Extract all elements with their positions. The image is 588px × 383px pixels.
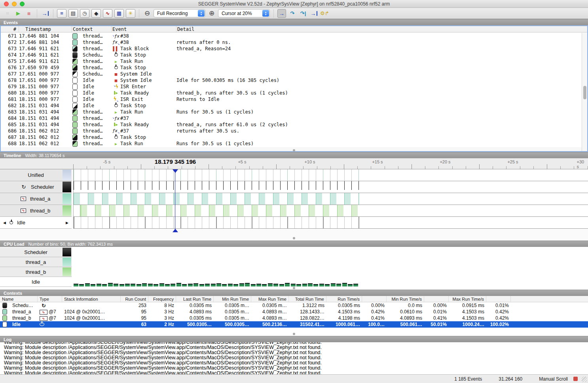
- record-config-icon[interactable]: ▤: [68, 9, 78, 18]
- contexts-col-header[interactable]: Min Run Time/s: [387, 296, 424, 302]
- timeline-ruler[interactable]: 18.179 345 196 -5 s+5 s+10 s+15 s+20 s+2…: [0, 158, 588, 169]
- cpu-load-bar: [159, 283, 164, 286]
- event-row[interactable]: 671 17.646 881 104 thread… ↘ƒx#38: [1, 33, 582, 39]
- event-row[interactable]: 678 17.651 000 977 Idle ■System Idle Idl…: [1, 77, 582, 83]
- event-num: 680: [1, 90, 19, 96]
- events-vscrollbar-thumb[interactable]: [583, 86, 586, 99]
- event-row[interactable]: 684 18.151 031 494 thread… ↘ƒx#37: [1, 115, 582, 121]
- event-row[interactable]: 688 18.151 062 012 thread… ▶Task Run Run…: [1, 140, 582, 147]
- cpu-track-scheduler[interactable]: Scheduler: [0, 247, 72, 257]
- auto-load-icon[interactable]: ⚙↱: [320, 9, 329, 18]
- context-cell: 1000.24…: [449, 322, 486, 327]
- zoom-button[interactable]: [20, 2, 25, 6]
- load-next-block-icon[interactable]: ↷|: [299, 9, 307, 18]
- event-row[interactable]: 673 17.646 911 621 thread… ▌▌Task Block …: [1, 46, 582, 52]
- contexts-col-header[interactable]: Name: [0, 296, 38, 302]
- minimize-button[interactable]: [12, 2, 17, 6]
- recording-mode-select[interactable]: Full Recording▲▼: [154, 9, 205, 17]
- event-row[interactable]: 682 18.151 031 494 Idle Task Stop: [1, 102, 582, 109]
- cpu-track-idle[interactable]: Idle: [0, 277, 72, 287]
- event-list-icon[interactable]: ≡: [57, 9, 66, 18]
- timeline-chart-icon[interactable]: ∿: [103, 9, 112, 18]
- contexts-col-header[interactable]: Max Run Time/s: [449, 296, 486, 302]
- timeline-track-scheduler[interactable]: ↻ Scheduler: [0, 181, 72, 193]
- contexts-col-header[interactable]: Last Run Time: [176, 296, 214, 302]
- goto-end-icon[interactable]: →: [41, 9, 49, 18]
- contexts-col-header[interactable]: [362, 296, 387, 302]
- events-splitter-grip[interactable]: [293, 149, 295, 152]
- context-swatch: [72, 128, 78, 134]
- contexts-col-header[interactable]: Max Run Time: [251, 296, 289, 302]
- timeline-cursor-marker-top[interactable]: [173, 169, 178, 173]
- context-row[interactable]: thread_a ∿ @71024 @ 0x20001…953 Hz4.0893…: [0, 309, 588, 315]
- event-row[interactable]: 677 17.651 000 977 Schedu… ■System Idle: [1, 71, 582, 77]
- scroll-left-icon[interactable]: ◀: [3, 221, 6, 225]
- cpu-splitter-grip[interactable]: [293, 287, 295, 289]
- contexts-col-header[interactable]: Type: [38, 296, 62, 302]
- dropdown-stepper-icon[interactable]: ▲▼: [198, 10, 205, 17]
- dropdown-stepper-icon[interactable]: ▲▼: [262, 10, 269, 17]
- target-device-icon[interactable]: ◆: [91, 9, 101, 18]
- cursor-mode-select[interactable]: Cursor at 20%▲▼: [218, 9, 270, 17]
- timeline-track-thread-b[interactable]: ∿ thread_b: [0, 205, 72, 217]
- event-row[interactable]: 679 18.151 000 977 Idle ↘ϟISR Enter: [1, 83, 582, 90]
- event-context: Idle: [83, 90, 94, 96]
- follow-cursor-icon[interactable]: →: [277, 9, 286, 18]
- event-row[interactable]: 686 18.151 062 012 thread… ƒx↘#37 return…: [1, 128, 582, 134]
- timeline-track-thread-a[interactable]: ∿ thread_a: [0, 193, 72, 205]
- close-button[interactable]: [4, 2, 9, 6]
- zoom-in-icon[interactable]: ⊕: [207, 9, 216, 18]
- contexts-col-header[interactable]: [486, 296, 511, 302]
- context-type: ↻: [38, 303, 62, 309]
- contexts-col-header[interactable]: Run Time/s: [326, 296, 362, 302]
- modules-icon[interactable]: ✳: [126, 9, 135, 18]
- event-row[interactable]: 674 17.646 911 621 Schedu… Task Stop: [1, 52, 582, 58]
- cpu-track-thread-a[interactable]: thread_a: [0, 257, 72, 267]
- context-row[interactable]: Schedu… ↻ 2538 Hz0.0305 ms0.0305 m…0.030…: [0, 302, 588, 309]
- timeline-track-unified[interactable]: Unified: [0, 169, 72, 181]
- contexts-splitter-grip[interactable]: [293, 333, 295, 335]
- load-loop-icon[interactable]: ↷: [288, 9, 297, 18]
- cpu-load-chart[interactable]: [74, 247, 359, 286]
- events-col-event[interactable]: Event: [112, 26, 176, 32]
- contexts-table-icon[interactable]: ▦: [114, 9, 124, 18]
- contexts-col-header[interactable]: Min Run Time: [214, 296, 251, 302]
- window-resize-grip[interactable]: [582, 377, 587, 382]
- event-row[interactable]: 681 18.151 000 977 Idle ϟ↘ISR Exit Retur…: [1, 96, 582, 102]
- events-col-timestamp[interactable]: Timestamp: [19, 26, 72, 32]
- event-row[interactable]: 672 17.646 881 104 thread… ƒx↘#38 return…: [1, 39, 582, 46]
- play-icon[interactable]: ▶: [14, 9, 23, 18]
- contexts-col-header[interactable]: Total Run Time: [289, 296, 326, 302]
- events-col-num[interactable]: #: [1, 26, 19, 32]
- event-row[interactable]: 687 18.151 062 012 thread… Task Stop: [1, 134, 582, 140]
- zoom-out-icon[interactable]: ⊖: [143, 9, 152, 18]
- contexts-col-header[interactable]: Frequency: [148, 296, 176, 302]
- event-row[interactable]: 675 17.646 911 621 thread… ▶Task Run: [1, 58, 582, 64]
- event-timestamp: 18.151 031 494: [19, 116, 72, 121]
- contexts-col-header[interactable]: [424, 296, 449, 302]
- event-row[interactable]: 680 18.151 000 977 Idle ▶Task Ready thre…: [1, 90, 582, 96]
- timer-icon[interactable]: ◷: [80, 9, 89, 18]
- scroll-right-icon[interactable]: ▶: [66, 221, 68, 225]
- timeline-track-idle[interactable]: ◀ Idle ▶: [0, 217, 72, 229]
- stop-icon[interactable]: ■: [25, 9, 33, 18]
- jump-latest-icon[interactable]: →: [309, 9, 318, 18]
- timeline-cursor-marker-bottom[interactable]: [173, 229, 178, 232]
- events-hscroll-strip[interactable]: [1, 147, 582, 151]
- timeline-track-area[interactable]: [73, 169, 588, 229]
- event-row[interactable]: 685 18.151 031 494 thread… ▶Task Ready t…: [1, 121, 582, 128]
- events-col-detail[interactable]: Detail: [176, 26, 587, 32]
- context-row[interactable]: thread_b ∿ @71024 @ 0x20001…953 Hz0.0305…: [0, 315, 588, 321]
- events-vscrollbar[interactable]: [582, 33, 587, 151]
- timeline-cursor-line[interactable]: [175, 169, 175, 229]
- event-row[interactable]: 683 18.151 031 494 thread… ▶Task Run Run…: [1, 109, 582, 115]
- cpu-track-thread-b[interactable]: thread_b: [0, 267, 72, 277]
- contexts-col-header[interactable]: Run Count: [121, 296, 148, 302]
- status-record-indicator[interactable]: [573, 377, 578, 381]
- events-col-context[interactable]: Context: [72, 26, 112, 32]
- event-row[interactable]: 676 17.650 970 459 thread… Task Stop: [1, 64, 582, 71]
- context-row[interactable]: Idle 632 Hz500.0305…500.0305…500.2136…31…: [0, 321, 588, 328]
- timeline-splitter-grip[interactable]: [293, 237, 295, 239]
- contexts-col-header[interactable]: Stack Information: [62, 296, 121, 302]
- record-dots-icon[interactable]: ⠶: [3, 9, 12, 18]
